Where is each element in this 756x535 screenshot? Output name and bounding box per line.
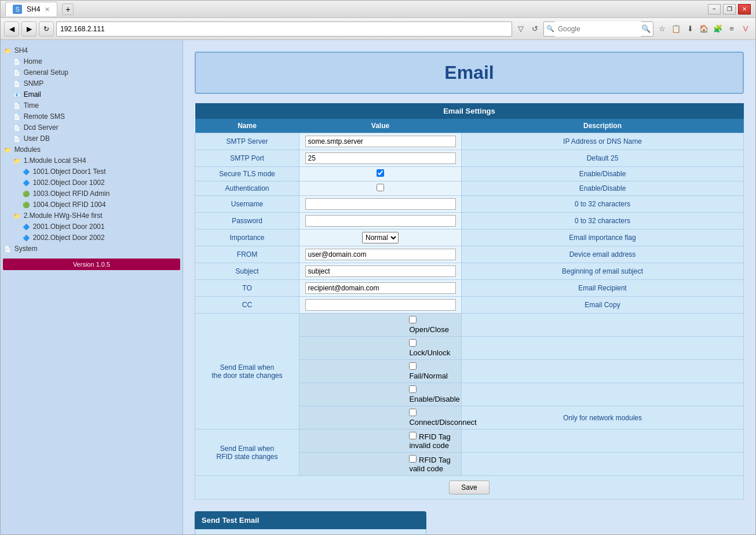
sidebar-item-obj-door-2002[interactable]: 🔷 2002.Object Door 2002: [3, 232, 180, 243]
cc-input[interactable]: [305, 299, 456, 311]
importance-value[interactable]: Low Normal High: [300, 230, 462, 246]
download-icon[interactable]: ⬇: [684, 23, 696, 35]
lock-unlock-value[interactable]: Lock/Unlock: [300, 337, 462, 360]
search-input[interactable]: [554, 21, 641, 37]
fail-normal-value[interactable]: Fail/Normal: [300, 360, 462, 383]
password-value[interactable]: [300, 213, 462, 230]
secure-tls-value[interactable]: [300, 167, 462, 181]
col-header-name: Name: [195, 119, 300, 133]
home-icon[interactable]: 🏠: [697, 23, 710, 35]
sidebar-item-email[interactable]: 📧 Email: [3, 89, 180, 100]
smtp-server-input[interactable]: [305, 136, 456, 147]
restore-button[interactable]: ❐: [723, 4, 736, 14]
rfid-valid-checkbox[interactable]: [409, 455, 417, 463]
sidebar-item-obj-rfid-admin[interactable]: 🟢 1003.Object RFID Admin: [3, 188, 180, 199]
enable-disable-value[interactable]: Enable/Disable: [300, 383, 462, 406]
auth-checkbox[interactable]: [377, 184, 384, 191]
open-close-value[interactable]: Open/Close: [300, 314, 462, 337]
email-icon: 📧: [12, 92, 21, 98]
table-row: TO Email Recipient: [195, 280, 744, 297]
secure-tls-label: Secure TLS mode: [195, 167, 300, 181]
extensions-icon[interactable]: 🧩: [711, 23, 724, 35]
fail-normal-desc: [462, 360, 744, 383]
dropdown-icon[interactable]: ▽: [514, 23, 527, 35]
password-label: Password: [195, 213, 300, 230]
open-close-label: Open/Close: [409, 325, 449, 334]
vivaldi-icon[interactable]: V: [739, 23, 752, 35]
sidebar-item-general-setup[interactable]: 📄 General Setup: [3, 67, 180, 78]
smtp-port-input[interactable]: [305, 152, 456, 164]
from-desc: Device email address: [462, 246, 744, 263]
new-tab-button[interactable]: +: [62, 3, 74, 15]
auth-desc: Enable/Disable: [462, 181, 744, 196]
main-content: Email Email Settings Name Value Descript…: [183, 40, 755, 534]
rfid-events-invalid: Send Email when RFID state changes RFID …: [195, 430, 744, 453]
folder-icon: 📁: [12, 213, 21, 219]
search-provider-icon: 🔍: [546, 25, 554, 32]
refresh-button[interactable]: ↻: [39, 21, 54, 37]
importance-desc: Email importance flag: [462, 230, 744, 246]
sidebar-item-module-local[interactable]: 📁 1.Module Local SH4: [3, 155, 180, 166]
sidebar-item-obj-rfid-1004[interactable]: 🟢 1004.Object RFID 1004: [3, 199, 180, 210]
password-desc: 0 to 32 characters: [462, 213, 744, 230]
smtp-server-value[interactable]: [300, 133, 462, 150]
sidebar-item-modules[interactable]: 📁 Modules: [3, 144, 180, 155]
sidebar-item-obj-door-2001[interactable]: 🔷 2001.Object Door 2001: [3, 221, 180, 232]
address-bar[interactable]: [56, 21, 512, 37]
auth-value[interactable]: [300, 181, 462, 196]
minimize-button[interactable]: −: [708, 4, 721, 14]
sidebar-item-system[interactable]: 📄 System: [3, 243, 180, 254]
bookmark-star-icon[interactable]: ☆: [656, 23, 669, 35]
sidebar-item-sh4[interactable]: 📁 SH4: [3, 45, 180, 56]
browser-tab[interactable]: S SH4 ✕: [5, 2, 57, 16]
table-row: Password 0 to 32 characters: [195, 213, 744, 230]
sidebar-item-obj-door2[interactable]: 🔷 1002.Object Door 1002: [3, 177, 180, 188]
sidebar-item-remote-sms[interactable]: 📄 Remote SMS: [3, 111, 180, 122]
connect-disconnect-value[interactable]: Connect/Disconnect: [300, 406, 462, 430]
close-button[interactable]: ✕: [738, 4, 751, 14]
sidebar-item-home[interactable]: 📄 Home: [3, 56, 180, 67]
smtp-port-value[interactable]: [300, 150, 462, 167]
secure-tls-desc: Enable/Disable: [462, 167, 744, 181]
subject-value[interactable]: [300, 263, 462, 280]
from-value[interactable]: [300, 246, 462, 263]
subject-label: Subject: [195, 263, 300, 280]
connect-disconnect-checkbox[interactable]: [409, 409, 417, 416]
username-input[interactable]: [305, 198, 456, 210]
sidebar-item-dcd-server[interactable]: 📄 Dcd Server: [3, 122, 180, 133]
fail-normal-checkbox[interactable]: [409, 362, 417, 370]
cc-value[interactable]: [300, 297, 462, 314]
subject-input[interactable]: [305, 265, 456, 277]
sidebar-item-snmp[interactable]: 📄 SNMP: [3, 78, 180, 89]
sidebar-item-obj-door1[interactable]: 🔷 1001.Object Door1 Test: [3, 166, 180, 177]
to-input[interactable]: [305, 282, 456, 294]
back-button[interactable]: ◀: [4, 21, 19, 37]
from-input[interactable]: [305, 249, 456, 260]
importance-select[interactable]: Low Normal High: [362, 232, 399, 243]
forward-button[interactable]: ▶: [21, 21, 36, 37]
sidebar-item-module-hwg[interactable]: 📁 2.Module HWg-SH4e first: [3, 210, 180, 221]
open-close-checkbox[interactable]: [409, 316, 417, 323]
fail-normal-label: Fail/Normal: [409, 372, 447, 380]
to-value[interactable]: [300, 280, 462, 297]
table-row: Authentication Enable/Disable: [195, 181, 744, 196]
secure-tls-checkbox[interactable]: [377, 169, 384, 177]
lock-unlock-checkbox[interactable]: [409, 339, 417, 347]
save-button[interactable]: Save: [449, 481, 489, 494]
tab-close-icon[interactable]: ✕: [45, 6, 50, 13]
rfid-invalid-value[interactable]: RFID Tag invalid code: [300, 430, 462, 453]
password-input[interactable]: [305, 215, 456, 227]
sidebar-item-time[interactable]: 📄 Time: [3, 100, 180, 111]
username-value[interactable]: [300, 196, 462, 213]
rfid-valid-value[interactable]: RFID Tag valid code: [300, 453, 462, 476]
save-row: Save: [195, 476, 744, 500]
bookmark-list-icon[interactable]: 📋: [670, 23, 682, 35]
table-row: Subject Beginning of email subject: [195, 263, 744, 280]
rfid-invalid-checkbox[interactable]: [409, 432, 417, 439]
from-label: FROM: [195, 246, 300, 263]
enable-disable-checkbox[interactable]: [409, 385, 417, 393]
search-icon[interactable]: 🔍: [641, 24, 651, 33]
sidebar-item-user-db[interactable]: 📄 User DB: [3, 133, 180, 144]
reload-icon[interactable]: ↺: [528, 23, 541, 35]
menu-icon[interactable]: ≡: [725, 23, 738, 35]
